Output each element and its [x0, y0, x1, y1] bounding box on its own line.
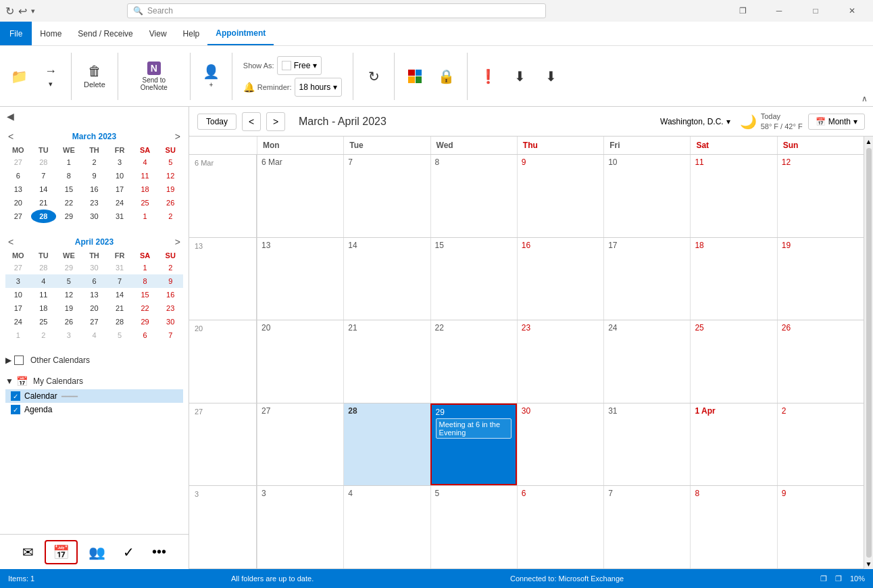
mini-cal-day[interactable]: 20: [82, 301, 107, 315]
mini-cal-day[interactable]: 5: [157, 155, 183, 169]
mini-cal-day[interactable]: 17: [107, 182, 132, 196]
mini-cal-april-next-button[interactable]: >: [172, 237, 183, 247]
mini-cal-day[interactable]: 6: [82, 274, 107, 288]
calendar-scrollbar[interactable]: ▲ ▼: [864, 137, 873, 569]
cell-mar29[interactable]: 29 Meeting at 6 in the Evening: [430, 403, 517, 486]
recurrence-button[interactable]: ↻: [360, 49, 387, 103]
cell-mar10[interactable]: 10: [603, 155, 690, 237]
mini-cal-day[interactable]: 2: [157, 261, 183, 274]
mini-cal-day[interactable]: 10: [5, 288, 31, 301]
mini-cal-day[interactable]: 7: [31, 169, 57, 182]
mini-cal-day[interactable]: 29: [56, 210, 82, 223]
cell-mar25[interactable]: 25: [690, 320, 776, 403]
cell-mar26[interactable]: 26: [777, 320, 864, 403]
menu-view[interactable]: View: [141, 22, 175, 45]
mini-cal-day[interactable]: 23: [157, 301, 183, 315]
cell-mar24[interactable]: 24: [603, 320, 690, 403]
undo-icon[interactable]: ↩: [18, 5, 27, 18]
cell-mar21[interactable]: 21: [343, 320, 430, 403]
forward-button[interactable]: → ▾: [37, 49, 64, 103]
menu-appointment[interactable]: Appointment: [207, 22, 274, 45]
categorize-button[interactable]: [401, 49, 428, 103]
minimize-button[interactable]: ─: [764, 0, 795, 22]
mini-cal-day[interactable]: 19: [157, 182, 183, 196]
scroll-up-button[interactable]: ▲: [866, 138, 872, 145]
mini-cal-prev-button[interactable]: <: [5, 131, 16, 142]
mini-cal-day[interactable]: 2: [157, 210, 183, 223]
mini-cal-day[interactable]: 24: [107, 196, 132, 210]
mini-cal-day[interactable]: 27: [5, 210, 31, 223]
cell-mar30[interactable]: 30: [517, 403, 603, 486]
mini-cal-day[interactable]: 15: [56, 182, 82, 196]
mini-cal-day[interactable]: 30: [82, 210, 107, 223]
mini-cal-day[interactable]: 12: [56, 288, 82, 301]
mini-cal-day[interactable]: 21: [31, 196, 57, 210]
cell-mar18[interactable]: 18: [690, 238, 776, 320]
other-calendars-checkbox[interactable]: [14, 356, 24, 365]
mini-cal-day[interactable]: 22: [56, 196, 82, 210]
other-calendars-header[interactable]: ▶ Other Calendars: [5, 353, 183, 368]
refresh-icon[interactable]: ↻: [5, 5, 14, 18]
menu-help[interactable]: Help: [175, 22, 208, 45]
cell-mar27[interactable]: 27: [257, 403, 343, 486]
mini-cal-day[interactable]: 27: [5, 155, 31, 169]
cell-mar11[interactable]: 11: [690, 155, 776, 237]
mini-cal-day[interactable]: 16: [82, 182, 107, 196]
cell-mar8[interactable]: 8: [430, 155, 517, 237]
cell-mar28[interactable]: 28: [343, 403, 430, 486]
mini-cal-day[interactable]: 28: [31, 210, 57, 223]
search-bar[interactable]: 🔍 Search: [127, 3, 546, 18]
menu-home[interactable]: Home: [32, 22, 70, 45]
more-nav-button[interactable]: •••: [145, 541, 173, 562]
sidebar-toggle-icon[interactable]: ◀: [5, 109, 16, 123]
cell-apr7[interactable]: 7: [603, 486, 690, 568]
cell-mar31[interactable]: 31: [603, 403, 690, 486]
cell-mar9[interactable]: 9: [517, 155, 603, 237]
dropdown-icon[interactable]: ▾: [31, 7, 35, 16]
mini-cal-day[interactable]: 3: [107, 155, 132, 169]
mini-cal-day[interactable]: 24: [5, 315, 31, 328]
mini-cal-day[interactable]: 5: [107, 328, 132, 342]
mini-cal-day[interactable]: 11: [132, 169, 158, 182]
close-button[interactable]: ✕: [837, 0, 868, 22]
mini-cal-day[interactable]: 6: [5, 169, 31, 182]
month-view-button[interactable]: 📅 Month ▾: [808, 114, 865, 130]
high-importance-button[interactable]: ❗: [474, 49, 502, 103]
mini-cal-day[interactable]: 6: [132, 328, 158, 342]
mini-cal-day[interactable]: 19: [56, 301, 82, 315]
mini-cal-day[interactable]: 28: [31, 261, 57, 274]
mini-cal-april-prev-button[interactable]: <: [5, 237, 16, 247]
tasks-nav-button[interactable]: ✓: [116, 541, 141, 563]
mini-cal-day[interactable]: 27: [82, 315, 107, 328]
mini-cal-day[interactable]: 1: [56, 155, 82, 169]
mini-cal-day[interactable]: 22: [132, 301, 158, 315]
cell-mar22[interactable]: 22: [430, 320, 517, 403]
cell-mar17[interactable]: 17: [603, 238, 690, 320]
mini-cal-day[interactable]: 4: [132, 155, 158, 169]
cell-mar12[interactable]: 12: [777, 155, 864, 237]
mini-cal-day[interactable]: 16: [157, 288, 183, 301]
mini-cal-day[interactable]: 4: [31, 274, 57, 288]
menu-file[interactable]: File: [0, 22, 32, 45]
mail-nav-button[interactable]: ✉: [16, 541, 41, 563]
mini-cal-day[interactable]: 3: [5, 274, 31, 288]
scroll-thumb[interactable]: [866, 148, 872, 558]
event-meeting[interactable]: Meeting at 6 in the Evening: [436, 418, 512, 439]
mini-cal-day[interactable]: 26: [157, 196, 183, 210]
mini-cal-day[interactable]: 3: [56, 328, 82, 342]
cell-mar7[interactable]: 7: [343, 155, 430, 237]
mini-cal-day[interactable]: 1: [5, 328, 31, 342]
mini-cal-day[interactable]: 8: [132, 274, 158, 288]
mini-cal-day[interactable]: 29: [132, 315, 158, 328]
cal-next-button[interactable]: >: [266, 112, 285, 131]
cell-mar19[interactable]: 19: [777, 238, 864, 320]
cell-mar16[interactable]: 16: [517, 238, 603, 320]
mini-cal-day[interactable]: 30: [82, 261, 107, 274]
mini-cal-day[interactable]: 15: [132, 288, 158, 301]
calendar-item-calendar[interactable]: ✓ Calendar ━━━━: [5, 389, 183, 403]
scroll-down-button[interactable]: ▼: [866, 560, 872, 568]
cell-apr9[interactable]: 9: [777, 486, 864, 568]
restore-button[interactable]: ❐: [727, 0, 758, 22]
mini-cal-day[interactable]: 14: [31, 182, 57, 196]
people-nav-button[interactable]: 👥: [82, 541, 112, 563]
